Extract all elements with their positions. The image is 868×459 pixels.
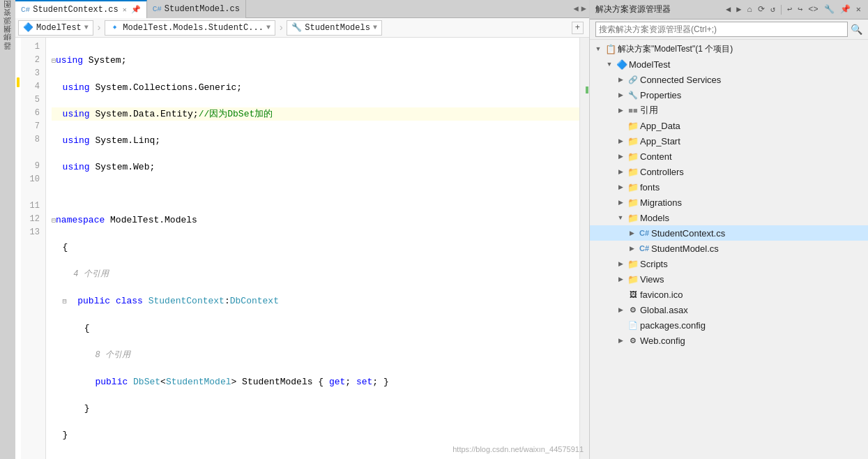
tree-item-views[interactable]: 📁 Views [590,271,868,287]
nav-member-icon: 🔧 [291,22,302,33]
nav-bar: 🔷 ModelTest ▼ › 🔹 ModelTest.Models.Stude… [15,18,589,38]
migrations-icon: 📁 [627,197,639,208]
controllers-icon: 📁 [627,166,639,177]
sidebar-item-4[interactable]: 捆 [1,36,15,42]
nav-dropdown-member[interactable]: 🔧 StudentModels ▼ [287,20,382,36]
tree-item-project[interactable]: 🔷 ModelTest [590,57,868,72]
line-indicator-yellow [17,77,20,87]
line-numbers: 1 2 3 4 5 6 7 8 9 10 11 12 13 [21,38,46,459]
tree-item-packages[interactable]: 📄 packages.config [590,317,868,333]
controllers-label: Controllers [640,167,684,177]
tree-item-migrations[interactable]: 📁 Migrations [590,195,868,210]
studentmodel-label: StudentModel.cs [651,243,719,254]
tab-studentmodel[interactable]: C# StudentModel.cs [147,0,246,18]
code-line-3: using System.Data.Entity;//因为DbSet加的 [52,107,579,121]
nav-class-label: ModelTest.Models.StudentC... [123,23,264,33]
sidebar-item-3[interactable]: 源 [1,28,15,33]
nav-dropdown-project[interactable]: 🔷 ModelTest ▼ [18,20,93,36]
code-view-icon[interactable]: <> [807,3,819,16]
nav-dropdown-class[interactable]: 🔹 ModelTest.Models.StudentC... ▼ [105,20,275,36]
code-content[interactable]: ⊟using System; using System.Collections.… [46,38,579,459]
expand-icon-connected [615,74,626,85]
tree-item-appdata[interactable]: 📁 App_Data [590,118,868,133]
views-icon: 📁 [627,273,639,285]
tree-item-webconfig[interactable]: ⚙ Web.config [590,333,868,348]
tree-item-references[interactable]: ■■ 引用 [590,103,868,118]
code-line-6 [52,187,579,200]
sidebar-item-1[interactable]: 图 [1,11,15,17]
search-button[interactable]: 🔍 [851,24,862,36]
close-panel-icon[interactable]: ✕ [855,3,862,16]
tree-item-connected[interactable]: 🔗 Connected Services [590,72,868,87]
sidebar-item-0[interactable]: 视 [1,3,15,8]
properties-icon: 🔧 [627,89,639,100]
expand-icon-models [615,212,626,223]
sidebar-item-2[interactable]: 资 [1,20,15,25]
editor-area: 1 2 3 4 5 6 7 8 9 10 11 12 13 ⊟using [15,38,589,459]
tree-item-studentmodel[interactable]: C# StudentModel.cs [590,241,868,256]
code-container: 1 2 3 4 5 6 7 8 9 10 11 12 13 ⊟using [15,38,589,459]
nav-back-icon[interactable]: ◀ [724,3,732,16]
code-line-13: } [52,428,579,442]
solution-icon: 📋 [605,43,616,54]
tab-studentcontext[interactable]: C# StudentContext.cs ✕ 📌 [15,0,147,18]
tree-item-appstart[interactable]: 📁 App_Start [590,133,868,149]
tree-item-content[interactable]: 📁 Content [590,149,868,164]
code-line-5: using System.Web; [52,160,579,174]
sync-icon[interactable]: ⟳ [756,3,766,16]
webconfig-icon: ⚙ [627,335,639,346]
tab-scroll-left[interactable]: ◀ [574,3,579,14]
nav-member-label: StudentModels [305,23,370,33]
code-line-4: using System.Linq; [52,134,579,147]
nav-sep-1: › [96,22,102,33]
settings-icon[interactable]: 🔧 [823,3,836,16]
tree-item-globalasax[interactable]: ⚙ Global.asax [590,302,868,317]
tree-item-studentcontext[interactable]: C# StudentContext.cs [590,225,868,241]
left-sidebar: 视 图 资 源 捆 绑 器 [0,0,15,459]
tree-item-fonts[interactable]: 📁 fonts [590,179,868,195]
references-icon: ■■ [627,105,639,116]
collapse-9[interactable]: ⊟ [63,298,67,306]
code-refcount-1: 4 个引用 [52,267,579,281]
code-line-12: } [52,402,579,415]
undo-icon[interactable]: ↩ [786,3,793,16]
tree-item-favicon[interactable]: 🖼 favicon.ico [590,287,868,302]
expand-icon-properties [615,89,626,100]
code-editor[interactable]: 1 2 3 4 5 6 7 8 9 10 11 12 13 ⊟using [15,38,589,459]
expand-icon-studentmodel [626,243,637,254]
nav-add-button[interactable]: + [572,22,584,34]
code-line-2: using System.Collections.Generic; [52,81,579,94]
tab-pin-icon[interactable]: 📌 [131,5,141,14]
connected-icon: 🔗 [627,74,639,85]
code-line-11: public DbSet<StudentModel> StudentModels… [52,375,579,389]
code-line-10: { [52,322,579,335]
tree-item-models[interactable]: 📁 Models [590,210,868,225]
tab-close-1[interactable]: ✕ [123,6,127,14]
tree-item-controllers[interactable]: 📁 Controllers [590,164,868,179]
pin-icon[interactable]: 📌 [839,3,852,16]
redo-icon[interactable]: ↪ [796,3,804,16]
fonts-label: fonts [640,182,660,193]
sidebar-item-6[interactable]: 器 [1,53,15,59]
tab-cs-icon-2: C# [153,5,162,13]
sidebar-item-5[interactable]: 绑 [1,45,15,50]
expand-icon-fonts [615,181,626,193]
tree-item-properties[interactable]: 🔧 Properties [590,87,868,103]
expand-icon-solution [593,43,604,54]
search-input[interactable] [595,22,848,37]
tab-scroll-right[interactable]: ▶ [581,3,586,14]
home-icon[interactable]: ⌂ [745,3,753,16]
tab-bar: C# StudentContext.cs ✕ 📌 C# StudentModel… [15,0,589,18]
nav-project-icon: 🔷 [23,22,33,33]
nav-class-chevron: ▼ [266,24,271,31]
tree-item-scripts[interactable]: 📁 Scripts [590,256,868,271]
expand-icon-migrations [615,197,626,208]
refresh-icon[interactable]: ↺ [769,3,777,16]
tab-label-2: StudentModel.cs [165,4,240,14]
scrollbar-area[interactable] [579,38,589,459]
tree-item-solution[interactable]: 📋 解决方案"ModelTest"(1 个项目) [590,41,868,57]
appstart-label: App_Start [640,136,680,146]
studentcontext-label: StudentContext.cs [651,228,725,239]
nav-forward-icon[interactable]: ▶ [735,3,743,16]
expand-icon-appstart [615,135,626,146]
